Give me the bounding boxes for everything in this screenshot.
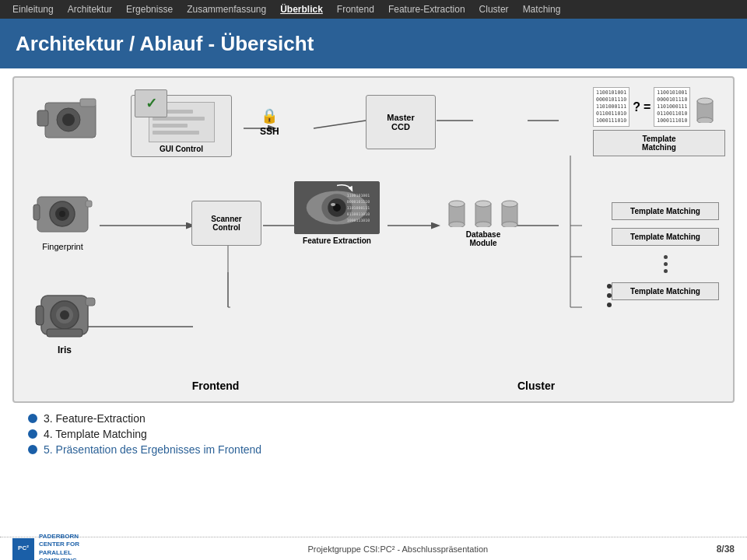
template-matching-box-3: Template Matching bbox=[612, 282, 719, 300]
equals-icon: = bbox=[644, 100, 651, 114]
svg-text:0110011010: 0110011010 bbox=[347, 212, 370, 216]
svg-rect-23 bbox=[80, 99, 96, 107]
fingerprint-device-icon bbox=[30, 193, 96, 240]
svg-rect-57 bbox=[36, 306, 44, 325]
svg-text:1100101001: 1100101001 bbox=[347, 193, 370, 198]
nav-ergebnisse[interactable]: Ergebnisse bbox=[126, 4, 173, 15]
fingerprint-label: Fingerprint bbox=[42, 242, 83, 251]
database-cylinder-top bbox=[693, 92, 717, 123]
nav-einleitung[interactable]: Einleitung bbox=[12, 4, 54, 15]
footer-logo-section: PC² PADERBORNCENTER FORPARALLELCOMPUTING bbox=[12, 533, 79, 560]
logo-text: PADERBORNCENTER FORPARALLELCOMPUTING bbox=[39, 533, 79, 560]
database-module-label: Database Module bbox=[466, 230, 500, 247]
template-matching-box-2: Template Matching bbox=[612, 228, 719, 246]
eye-image: 1100101001 0000101110 1101000111 0110011… bbox=[294, 181, 380, 234]
page-title: Architektur / Ablauf - Übersicht bbox=[16, 32, 314, 56]
ssh-label: SSH bbox=[260, 126, 279, 137]
svg-point-26 bbox=[697, 117, 713, 123]
bullet-icon-1 bbox=[28, 414, 37, 423]
frontend-label: Frontend bbox=[192, 380, 240, 392]
svg-rect-59 bbox=[47, 329, 82, 337]
gui-control-box: ✓ GUI Control bbox=[131, 95, 232, 157]
bullet-icon-2 bbox=[28, 429, 37, 439]
fingerprint-section: Fingerprint bbox=[30, 193, 96, 251]
scanner-control-box: Scanner Control bbox=[191, 201, 261, 246]
template-matching-box-1: Template Matching bbox=[612, 202, 719, 220]
svg-point-38 bbox=[331, 203, 335, 206]
bullet-text-2: 4. Template Matching bbox=[44, 428, 147, 440]
svg-point-52 bbox=[502, 222, 517, 227]
top-navigation: Einleitung Architektur Ergebnisse Zusamm… bbox=[0, 0, 747, 19]
svg-point-45 bbox=[449, 201, 465, 207]
diagram-box: ✓ GUI Control 🔒 SSH Master CCD 110010100… bbox=[12, 76, 735, 403]
svg-point-51 bbox=[502, 201, 517, 207]
bullet-list: 3. Feature-Extraction 4. Template Matchi… bbox=[12, 412, 735, 456]
database-cylinders bbox=[446, 193, 521, 227]
main-content: ✓ GUI Control 🔒 SSH Master CCD 110010100… bbox=[0, 68, 747, 471]
bullet-icon-3 bbox=[28, 445, 37, 454]
logo-short-text: PC² bbox=[18, 545, 29, 552]
nav-matching[interactable]: Matching bbox=[523, 4, 561, 15]
cluster-label: Cluster bbox=[517, 380, 555, 392]
iris-section: Iris bbox=[30, 292, 100, 355]
nav-frontend[interactable]: Frontend bbox=[337, 4, 374, 15]
svg-rect-32 bbox=[86, 201, 92, 207]
database-module-section: Database Module bbox=[446, 193, 521, 247]
footer: PC² PADERBORNCENTER FORPARALLELCOMPUTING… bbox=[0, 537, 747, 560]
svg-text:0000101110: 0000101110 bbox=[347, 199, 370, 204]
svg-point-25 bbox=[697, 98, 713, 104]
svg-point-21 bbox=[62, 114, 75, 126]
template-matching-top-label: Template Matching bbox=[593, 130, 725, 156]
template-matching-right-section: Template Matching Template Matching Temp… bbox=[612, 202, 719, 300]
footer-attribution: Projektgruppe CSI:PC² - Abschlusspräsent… bbox=[307, 544, 488, 554]
svg-point-56 bbox=[60, 310, 69, 320]
bullet-text-3: 5. Präsentation des Ergebnisses im Front… bbox=[44, 443, 261, 456]
gui-control-label: GUI Control bbox=[160, 145, 203, 153]
cylinder-2 bbox=[472, 193, 494, 227]
svg-rect-31 bbox=[33, 205, 40, 220]
svg-point-46 bbox=[449, 222, 465, 227]
svg-line-1 bbox=[314, 121, 366, 128]
feature-extraction-label: Feature Extraction bbox=[303, 236, 371, 245]
diagram-bottom-labels: Frontend Cluster bbox=[14, 380, 733, 392]
svg-text:1000111010: 1000111010 bbox=[347, 218, 370, 222]
svg-rect-22 bbox=[37, 110, 48, 126]
binary-block-left: 1100101001 0000101110 1101000111 0110011… bbox=[593, 87, 630, 127]
pc2-logo: PC² bbox=[12, 538, 34, 560]
page-number: 8/38 bbox=[717, 544, 735, 555]
nav-cluster[interactable]: Cluster bbox=[479, 4, 509, 15]
svg-point-49 bbox=[475, 222, 491, 227]
nav-feature-extraction[interactable]: Feature-Extraction bbox=[388, 4, 465, 15]
feature-extraction-section: 1100101001 0000101110 1101000111 0110011… bbox=[294, 181, 380, 245]
nav-uberblick[interactable]: Überblick bbox=[280, 4, 323, 15]
bullet-text-1: 3. Feature-Extraction bbox=[44, 412, 146, 425]
iris-device-icon bbox=[30, 292, 100, 342]
cylinder-3 bbox=[499, 193, 521, 227]
checkmark-icon: ✓ bbox=[135, 89, 167, 117]
nav-architektur[interactable]: Architektur bbox=[68, 4, 112, 15]
bullet-item-1: 3. Feature-Extraction bbox=[28, 412, 719, 425]
ellipsis-dots bbox=[612, 254, 719, 275]
camera-device-top bbox=[30, 87, 107, 145]
bullet-item-2: 4. Template Matching bbox=[28, 428, 719, 440]
binary-comparison-row: 1100101001 0000101110 1101000111 0110011… bbox=[593, 87, 717, 127]
lock-icon: 🔒 bbox=[261, 107, 278, 124]
iris-label: Iris bbox=[58, 345, 72, 355]
svg-point-30 bbox=[59, 211, 65, 217]
binary-block-right: 1100101001 0000101110 1101000111 0110011… bbox=[654, 87, 690, 127]
master-ccd-box: Master CCD bbox=[366, 95, 436, 149]
svg-point-18 bbox=[607, 303, 612, 307]
cylinder-1 bbox=[446, 193, 468, 227]
template-matching-top-section: 1100101001 0000101110 1101000111 0110011… bbox=[593, 87, 725, 156]
svg-text:1101000111: 1101000111 bbox=[347, 205, 370, 210]
question-mark-icon: ? bbox=[633, 100, 640, 114]
svg-rect-58 bbox=[86, 298, 95, 306]
title-bar: Architektur / Ablauf - Übersicht bbox=[0, 19, 747, 68]
bullet-item-3: 5. Präsentation des Ergebnisses im Front… bbox=[28, 443, 719, 456]
svg-point-48 bbox=[475, 201, 491, 207]
ssh-box: 🔒 SSH bbox=[260, 107, 279, 137]
nav-zusammenfassung[interactable]: Zusammenfassung bbox=[187, 4, 266, 15]
